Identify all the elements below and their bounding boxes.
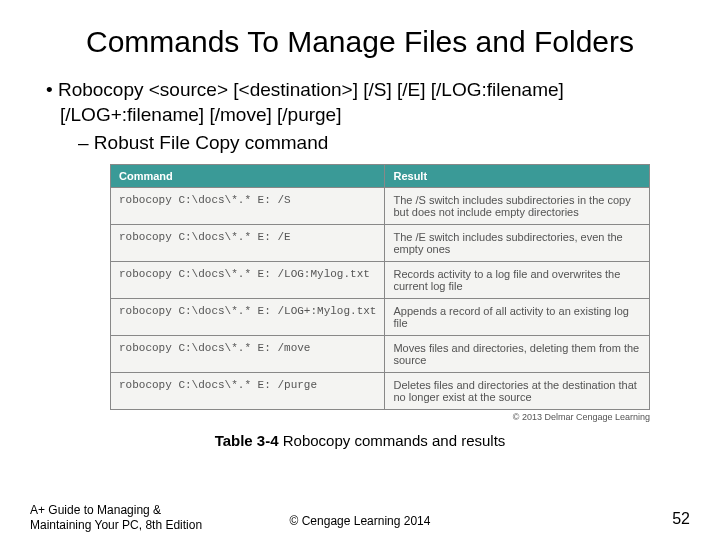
table-caption: Table 3-4 Robocopy commands and results xyxy=(40,432,680,449)
table-head-result: Result xyxy=(385,165,650,188)
bullet-level2: Robust File Copy command xyxy=(78,131,680,156)
cell-result: Deletes files and directories at the des… xyxy=(385,373,650,410)
footer-copyright: © Cengage Learning 2014 xyxy=(0,514,720,528)
command-table: Command Result robocopy C:\docs\*.* E: /… xyxy=(110,164,650,410)
table-head-command: Command xyxy=(111,165,385,188)
table-row: robocopy C:\docs\*.* E: /move Moves file… xyxy=(111,336,650,373)
slide-title: Commands To Manage Files and Folders xyxy=(40,24,680,60)
cell-command: robocopy C:\docs\*.* E: /S xyxy=(111,188,385,225)
table-row: robocopy C:\docs\*.* E: /E The /E switch… xyxy=(111,225,650,262)
cell-command: robocopy C:\docs\*.* E: /LOG:Mylog.txt xyxy=(111,262,385,299)
cell-result: Records activity to a log file and overw… xyxy=(385,262,650,299)
cell-command: robocopy C:\docs\*.* E: /E xyxy=(111,225,385,262)
table-row: robocopy C:\docs\*.* E: /purge Deletes f… xyxy=(111,373,650,410)
cell-result: The /E switch includes subdirectories, e… xyxy=(385,225,650,262)
caption-label: Table 3-4 xyxy=(215,432,279,449)
cell-command: robocopy C:\docs\*.* E: /move xyxy=(111,336,385,373)
table-row: robocopy C:\docs\*.* E: /LOG+:Mylog.txt … xyxy=(111,299,650,336)
bullet-list: Robocopy <source> [<destination>] [/S] [… xyxy=(40,78,680,156)
table-image-copyright: © 2013 Delmar Cengage Learning xyxy=(40,412,650,422)
table-row: robocopy C:\docs\*.* E: /LOG:Mylog.txt R… xyxy=(111,262,650,299)
cell-command: robocopy C:\docs\*.* E: /LOG+:Mylog.txt xyxy=(111,299,385,336)
cell-result: The /S switch includes subdirectories in… xyxy=(385,188,650,225)
cell-result: Moves files and directories, deleting th… xyxy=(385,336,650,373)
caption-text: Robocopy commands and results xyxy=(279,432,506,449)
table-row: robocopy C:\docs\*.* E: /S The /S switch… xyxy=(111,188,650,225)
cell-command: robocopy C:\docs\*.* E: /purge xyxy=(111,373,385,410)
cell-result: Appends a record of all activity to an e… xyxy=(385,299,650,336)
bullet-level1: Robocopy <source> [<destination>] [/S] [… xyxy=(46,78,680,127)
page-number: 52 xyxy=(672,510,690,528)
command-table-wrap: Command Result robocopy C:\docs\*.* E: /… xyxy=(110,164,650,410)
